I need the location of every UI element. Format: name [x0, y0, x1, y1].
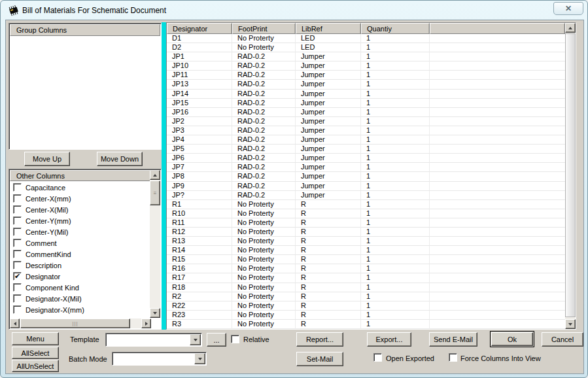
- table-row[interactable]: R10No ProtertyR1: [167, 209, 565, 218]
- other-column-item[interactable]: Description: [10, 260, 150, 271]
- column-header[interactable]: FootPrint: [232, 23, 296, 34]
- checkbox[interactable]: [13, 305, 22, 314]
- checkbox-checked[interactable]: ✔: [13, 272, 22, 281]
- bom-table: DesignatorFootPrintLibRefQuantiy D1No Pr…: [166, 22, 576, 330]
- batch-mode-combobox[interactable]: [112, 352, 207, 366]
- vscroll-thumb[interactable]: ≡: [150, 180, 160, 205]
- hscroll-thumb[interactable]: |||: [20, 318, 130, 328]
- table-row[interactable]: R3No ProtertyR1: [167, 320, 565, 329]
- other-column-item[interactable]: Center-X(mm): [10, 193, 150, 204]
- scroll-down-button[interactable]: [565, 319, 576, 329]
- vscroll-thumb[interactable]: [565, 33, 576, 317]
- table-vscrollbar[interactable]: [565, 23, 576, 329]
- other-column-item[interactable]: Center-X(Mil): [10, 204, 150, 215]
- checkbox[interactable]: [13, 205, 22, 214]
- other-columns-header[interactable]: Other Columns: [10, 170, 150, 181]
- other-column-item[interactable]: Center-Y(mm): [10, 215, 150, 226]
- table-row[interactable]: R13No ProtertyR1: [167, 237, 565, 246]
- checkbox[interactable]: [13, 250, 22, 258]
- scroll-up-button[interactable]: [565, 23, 576, 33]
- all-unselect-button[interactable]: AllUnSelect: [12, 360, 59, 372]
- other-column-item[interactable]: Component Kind: [10, 282, 150, 293]
- table-row[interactable]: R17No ProtertyR1: [167, 273, 565, 283]
- table-row[interactable]: R1No ProtertyR1: [167, 200, 565, 209]
- table-row[interactable]: R23No ProtertyR1: [167, 311, 565, 320]
- report-button[interactable]: Report...: [296, 332, 343, 347]
- column-header[interactable]: [430, 23, 565, 34]
- move-up-button[interactable]: Move Up: [24, 152, 70, 166]
- table-row[interactable]: JP5RAD-0.2Jumper1: [167, 145, 565, 154]
- table-row[interactable]: JP15RAD-0.2Jumper1: [167, 99, 565, 108]
- table-row[interactable]: JP8RAD-0.2Jumper1: [167, 172, 565, 181]
- force-columns-checkbox[interactable]: [449, 353, 457, 362]
- table-row[interactable]: JP16RAD-0.2Jumper1: [167, 108, 565, 117]
- scroll-left-button[interactable]: [10, 318, 20, 328]
- template-combobox[interactable]: [105, 333, 202, 347]
- table-row[interactable]: JP9RAD-0.2Jumper1: [167, 182, 565, 191]
- other-column-item[interactable]: CommentKind: [10, 249, 150, 260]
- menu-button[interactable]: Menu: [12, 332, 59, 345]
- scroll-right-button[interactable]: [141, 318, 151, 328]
- scroll-down-button[interactable]: [150, 308, 160, 318]
- table-row[interactable]: JP10RAD-0.2Jumper1: [167, 61, 565, 71]
- table-row[interactable]: JP1RAD-0.2Jumper1: [167, 52, 565, 61]
- ok-button[interactable]: Ok: [490, 331, 534, 347]
- checkbox[interactable]: [13, 294, 22, 303]
- column-header[interactable]: LibRef: [296, 23, 361, 34]
- table-row[interactable]: JP3RAD-0.2Jumper1: [167, 126, 565, 135]
- other-columns-hscrollbar[interactable]: |||: [10, 318, 151, 328]
- title-bar[interactable]: Bill of Materials For Schematic Document…: [1, 1, 588, 20]
- table-row[interactable]: R12No ProtertyR1: [167, 228, 565, 237]
- scroll-up-button[interactable]: [150, 170, 160, 180]
- table-row[interactable]: JP13RAD-0.2Jumper1: [167, 80, 565, 89]
- table-row[interactable]: JP14RAD-0.2Jumper1: [167, 90, 565, 99]
- checkbox[interactable]: [13, 239, 22, 247]
- table-row[interactable]: R22No ProtertyR1: [167, 301, 565, 311]
- table-row[interactable]: R14No ProtertyR1: [167, 246, 565, 255]
- table-row[interactable]: JP7RAD-0.2Jumper1: [167, 163, 565, 172]
- column-header[interactable]: Quantiy: [361, 23, 430, 34]
- table-row[interactable]: JP?RAD-0.2Jumper1: [167, 191, 565, 200]
- group-columns-list[interactable]: [10, 37, 160, 148]
- table-row[interactable]: JP11RAD-0.2Jumper1: [167, 71, 565, 80]
- set-mail-button[interactable]: Set-Mail: [296, 352, 343, 366]
- table-row[interactable]: JP2RAD-0.2Jumper1: [167, 117, 565, 126]
- table-row[interactable]: JP6RAD-0.2Jumper1: [167, 154, 565, 163]
- other-column-item[interactable]: Designator-X(mm): [10, 304, 150, 315]
- send-email-button[interactable]: Send E-Mail: [429, 332, 477, 347]
- other-columns-vscrollbar[interactable]: ≡: [150, 170, 160, 318]
- open-exported-checkbox[interactable]: [373, 353, 382, 362]
- relative-checkbox[interactable]: [231, 335, 239, 343]
- all-select-button[interactable]: AllSelect: [12, 347, 59, 359]
- checkbox[interactable]: [13, 194, 22, 203]
- move-down-button[interactable]: Move Down: [97, 152, 143, 166]
- other-column-item[interactable]: Capacitance: [10, 182, 150, 193]
- template-browse-button[interactable]: ...: [207, 333, 226, 347]
- table-cell: JP?: [167, 191, 232, 200]
- template-dropdown-button[interactable]: [190, 334, 201, 345]
- checkbox[interactable]: [13, 216, 22, 225]
- batch-mode-dropdown-button[interactable]: [194, 353, 205, 364]
- table-row[interactable]: JP4RAD-0.2Jumper1: [167, 135, 565, 145]
- other-column-item[interactable]: Designator-X(Mil): [10, 293, 150, 304]
- export-button[interactable]: Export...: [367, 332, 411, 347]
- other-column-item[interactable]: Comment: [10, 237, 150, 249]
- table-row[interactable]: D1No ProtertyLED1: [167, 34, 565, 43]
- checkbox[interactable]: [13, 283, 22, 292]
- panel-splitter[interactable]: [162, 22, 166, 330]
- close-button[interactable]: ✕: [553, 2, 583, 15]
- checkbox[interactable]: [13, 261, 22, 269]
- other-column-item[interactable]: ✔Designator: [10, 271, 150, 282]
- group-columns-header[interactable]: Group Columns: [10, 24, 160, 36]
- other-column-item[interactable]: Center-Y(Mil): [10, 226, 150, 237]
- table-row[interactable]: D2No ProtertyLED1: [167, 43, 565, 52]
- checkbox[interactable]: [13, 183, 22, 192]
- table-row[interactable]: R16No ProtertyR1: [167, 264, 565, 273]
- table-row[interactable]: R18No ProtertyR1: [167, 283, 565, 292]
- cancel-button[interactable]: Cancel: [542, 332, 583, 347]
- checkbox[interactable]: [13, 228, 22, 236]
- table-row[interactable]: R2No ProtertyR1: [167, 292, 565, 301]
- column-header[interactable]: Designator: [167, 23, 232, 34]
- table-row[interactable]: R11No ProtertyR1: [167, 218, 565, 228]
- table-row[interactable]: R15No ProtertyR1: [167, 255, 565, 264]
